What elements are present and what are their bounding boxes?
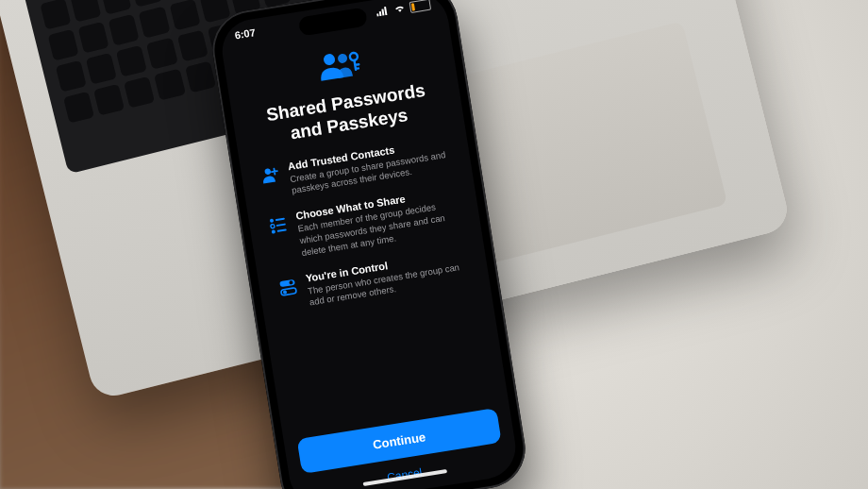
control-toggles-icon — [277, 276, 302, 313]
feature-list: Add Trusted Contacts Create a group to s… — [258, 135, 473, 314]
svg-point-7 — [264, 168, 271, 175]
svg-rect-16 — [281, 287, 297, 295]
svg-rect-11 — [276, 224, 286, 228]
svg-point-17 — [283, 290, 288, 295]
continue-button[interactable]: Continue — [297, 408, 502, 474]
svg-point-10 — [271, 225, 275, 229]
svg-point-5 — [337, 53, 347, 63]
svg-rect-13 — [277, 229, 287, 233]
wifi-icon — [392, 3, 408, 16]
svg-rect-0 — [376, 13, 378, 16]
svg-point-12 — [272, 230, 276, 235]
svg-rect-9 — [275, 218, 285, 222]
svg-rect-14 — [279, 278, 295, 286]
svg-point-8 — [270, 219, 275, 224]
shared-group-key-icon — [315, 46, 365, 85]
photo-scene: 6:07 — [0, 0, 868, 489]
cellular-signal-icon — [376, 6, 391, 19]
svg-rect-3 — [384, 7, 387, 15]
svg-rect-2 — [381, 8, 384, 15]
svg-point-4 — [323, 53, 336, 66]
svg-rect-1 — [379, 11, 382, 16]
list-toggle-icon — [267, 214, 293, 264]
person-add-icon — [259, 164, 284, 202]
